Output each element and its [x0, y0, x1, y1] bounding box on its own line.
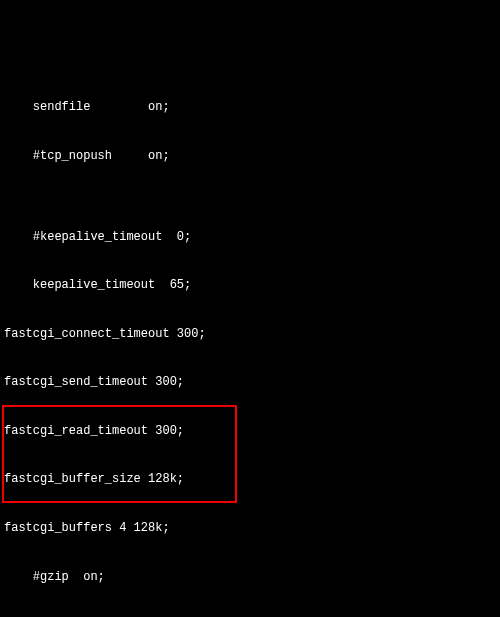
code-line: fastcgi_read_timeout 300; — [0, 423, 500, 439]
code-line: keepalive_timeout 65; — [0, 277, 500, 293]
code-line: #tcp_nopush on; — [0, 148, 500, 164]
code-line: #keepalive_timeout 0; — [0, 229, 500, 245]
code-line: fastcgi_buffer_size 128k; — [0, 471, 500, 487]
code-line: sendfile on; — [0, 99, 500, 115]
code-line: #gzip on; — [0, 569, 500, 585]
code-line: fastcgi_send_timeout 300; — [0, 374, 500, 390]
code-line: fastcgi_buffers 4 128k; — [0, 520, 500, 536]
code-block: sendfile on; #tcp_nopush on; #keepalive_… — [0, 65, 500, 617]
code-line: fastcgi_connect_timeout 300; — [0, 326, 500, 342]
